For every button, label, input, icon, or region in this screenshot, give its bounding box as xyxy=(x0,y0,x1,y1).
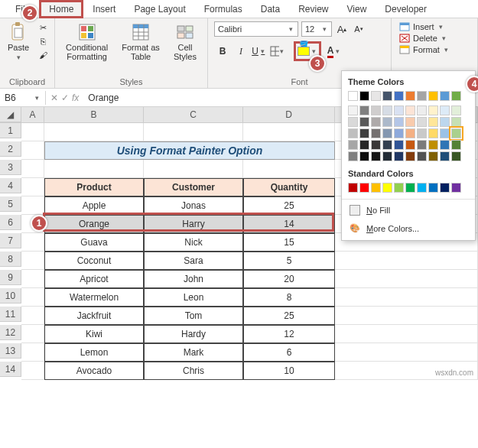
cell[interactable] xyxy=(21,141,44,160)
color-swatch[interactable] xyxy=(394,183,404,193)
cell[interactable] xyxy=(144,160,243,178)
cell[interactable]: 14 xyxy=(243,215,335,233)
color-swatch[interactable] xyxy=(440,91,450,101)
cell[interactable] xyxy=(144,123,243,141)
row-header[interactable]: 14 xyxy=(0,362,21,377)
color-swatch[interactable] xyxy=(371,117,381,127)
row-header[interactable]: 6 xyxy=(0,215,21,230)
color-swatch[interactable] xyxy=(359,91,369,101)
tab-view[interactable]: View xyxy=(338,1,376,18)
cell[interactable]: Mark xyxy=(144,343,243,362)
color-swatch[interactable] xyxy=(382,91,392,101)
color-swatch[interactable] xyxy=(359,128,369,138)
cell[interactable] xyxy=(21,288,44,307)
color-swatch[interactable] xyxy=(417,140,427,150)
row-header[interactable]: 13 xyxy=(0,343,21,359)
color-swatch[interactable] xyxy=(382,117,392,127)
color-swatch[interactable] xyxy=(405,106,415,115)
no-fill-button[interactable]: No Fill xyxy=(342,201,475,219)
color-swatch[interactable] xyxy=(428,128,438,138)
color-swatch[interactable] xyxy=(348,151,358,161)
tab-page-layout[interactable]: Page Layout xyxy=(125,1,194,18)
cell[interactable] xyxy=(335,252,478,270)
color-swatch[interactable] xyxy=(359,117,369,127)
color-swatch[interactable] xyxy=(394,106,404,115)
row-header[interactable]: 1 xyxy=(0,123,21,138)
row-header[interactable]: 7 xyxy=(0,233,21,248)
cell[interactable] xyxy=(335,343,478,362)
cell[interactable]: Harry xyxy=(144,215,243,233)
color-swatch[interactable] xyxy=(348,128,358,138)
color-swatch[interactable] xyxy=(428,106,438,115)
color-swatch[interactable] xyxy=(417,128,427,138)
color-swatch[interactable] xyxy=(382,140,392,150)
cell[interactable] xyxy=(21,233,44,252)
cell[interactable]: 25 xyxy=(243,196,335,215)
color-swatch[interactable] xyxy=(440,151,450,161)
format-painter-button[interactable]: 🖌 xyxy=(35,49,50,61)
cell[interactable] xyxy=(335,307,478,325)
color-swatch[interactable] xyxy=(440,140,450,150)
cell-styles-button[interactable]: Cell Styles xyxy=(172,21,198,63)
tab-insert[interactable]: Insert xyxy=(83,1,125,18)
grow-font-button[interactable]: A▴ xyxy=(335,22,349,36)
color-swatch[interactable] xyxy=(451,151,461,161)
cell[interactable]: 10 xyxy=(243,362,335,380)
color-swatch[interactable] xyxy=(394,91,404,101)
select-all-corner[interactable]: ◢ xyxy=(0,107,21,122)
bold-button[interactable]: B xyxy=(214,43,231,60)
color-swatch[interactable] xyxy=(428,91,438,101)
row-header[interactable]: 8 xyxy=(0,252,21,267)
color-swatch[interactable] xyxy=(348,106,358,115)
cell[interactable]: Tom xyxy=(144,307,243,325)
tab-data[interactable]: Data xyxy=(252,1,289,18)
color-swatch[interactable] xyxy=(405,91,415,101)
row-header[interactable]: 10 xyxy=(0,288,21,304)
cell[interactable]: Jackfruit xyxy=(44,307,144,325)
col-header-c[interactable]: C xyxy=(144,107,243,122)
color-swatch[interactable] xyxy=(405,117,415,127)
cell[interactable] xyxy=(335,325,478,343)
shrink-font-button[interactable]: A▾ xyxy=(352,22,366,36)
color-swatch[interactable] xyxy=(440,106,450,115)
color-swatch[interactable] xyxy=(440,117,450,127)
color-swatch[interactable] xyxy=(371,140,381,150)
name-box[interactable]: B6▾ xyxy=(0,91,46,105)
cell[interactable]: Apricot xyxy=(44,270,144,288)
color-swatch[interactable] xyxy=(428,151,438,161)
color-swatch[interactable] xyxy=(405,128,415,138)
borders-button[interactable]: ▾ xyxy=(269,43,286,60)
cell[interactable] xyxy=(21,252,44,270)
color-swatch[interactable] xyxy=(405,151,415,161)
cell[interactable]: 15 xyxy=(243,233,335,252)
color-swatch[interactable] xyxy=(348,140,358,150)
cell[interactable]: 6 xyxy=(243,343,335,362)
insert-cells-button[interactable]: Insert▾ xyxy=(398,21,471,32)
color-swatch[interactable] xyxy=(405,140,415,150)
color-swatch[interactable] xyxy=(359,140,369,150)
color-swatch[interactable] xyxy=(359,151,369,161)
color-swatch[interactable] xyxy=(382,151,392,161)
color-swatch[interactable] xyxy=(359,106,369,115)
cell[interactable]: Lemon xyxy=(44,343,144,362)
color-swatch[interactable] xyxy=(394,117,404,127)
color-swatch[interactable] xyxy=(451,140,461,150)
cell[interactable] xyxy=(21,362,44,380)
color-swatch[interactable] xyxy=(394,140,404,150)
row-header[interactable]: 3 xyxy=(0,160,21,175)
color-swatch[interactable] xyxy=(451,91,461,101)
more-colors-button[interactable]: 🎨More Colors... xyxy=(342,219,475,237)
color-swatch[interactable] xyxy=(417,117,427,127)
cell[interactable]: Nick xyxy=(144,233,243,252)
cell[interactable]: Chris xyxy=(144,362,243,380)
color-swatch[interactable] xyxy=(440,128,450,138)
cell[interactable]: Watermelon xyxy=(44,288,144,307)
copy-button[interactable]: ⎘ xyxy=(35,35,50,47)
color-swatch[interactable] xyxy=(451,128,461,138)
cell[interactable] xyxy=(21,196,44,215)
row-header[interactable]: 5 xyxy=(0,196,21,212)
color-swatch[interactable] xyxy=(440,183,450,193)
row-header[interactable]: 12 xyxy=(0,325,21,340)
font-size-select[interactable]: 12▾ xyxy=(301,21,332,37)
tab-review[interactable]: Review xyxy=(289,1,337,18)
